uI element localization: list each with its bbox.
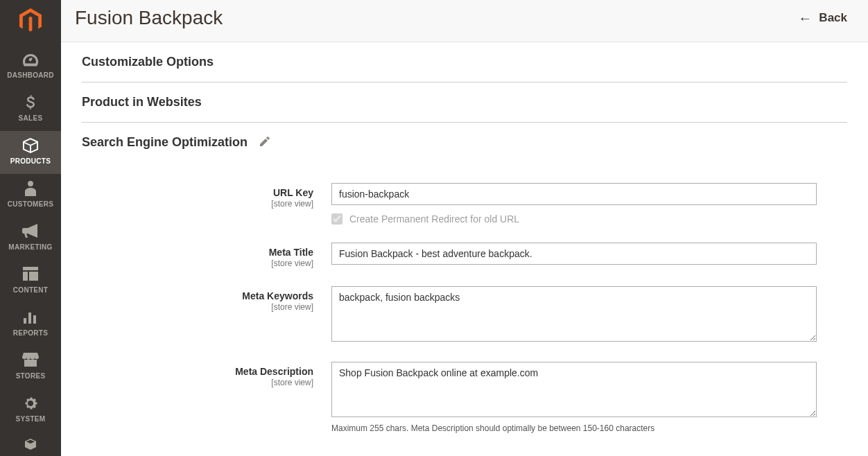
meta-title-label: Meta Title <box>82 247 313 258</box>
box-icon <box>0 138 61 153</box>
sidebar-label: CONTENT <box>0 286 61 294</box>
gear-icon <box>0 396 61 411</box>
sidebar-item-marketing[interactable]: MARKETING <box>0 217 61 260</box>
back-label: Back <box>819 11 847 25</box>
sidebar-label: SYSTEM <box>0 415 61 423</box>
url-key-label: URL Key <box>82 187 313 198</box>
page-title: Fusion Backpack <box>75 7 223 29</box>
section-product-in-websites[interactable]: Product in Websites <box>82 82 847 123</box>
person-icon <box>0 181 61 196</box>
meta-description-note: Maximum 255 chars. Meta Description shou… <box>331 423 817 433</box>
sidebar-label: CUSTOMERS <box>0 200 61 208</box>
scope-label: [store view] <box>82 199 313 209</box>
sidebar-label: MARKETING <box>0 243 61 251</box>
back-button[interactable]: ← Back <box>798 10 847 26</box>
scope-label: [store view] <box>82 258 313 268</box>
section-title: Customizable Options <box>82 55 214 69</box>
megaphone-icon <box>0 224 61 239</box>
sidebar-label: SALES <box>0 114 61 122</box>
magento-logo[interactable] <box>17 7 44 35</box>
sidebar-label: REPORTS <box>0 329 61 337</box>
section-title: Product in Websites <box>82 95 202 109</box>
section-seo[interactable]: Search Engine Optimization <box>82 123 847 162</box>
redirect-label: Create Permanent Redirect for old URL <box>349 213 519 225</box>
sidebar-item-products[interactable]: PRODUCTS <box>0 131 61 174</box>
sidebar-item-system[interactable]: SYSTEM <box>0 389 61 432</box>
scope-label: [store view] <box>82 378 313 387</box>
sidebar-item-customers[interactable]: CUSTOMERS <box>0 174 61 217</box>
main-area: Fusion Backpack ← Back Customizable Opti… <box>61 0 868 456</box>
redirect-checkbox <box>331 213 342 225</box>
dollar-icon <box>0 95 61 110</box>
page-header: Fusion Backpack ← Back <box>61 0 868 42</box>
sidebar-label: STORES <box>0 372 61 380</box>
field-meta-keywords: Meta Keywords [store view] <box>82 286 847 344</box>
bars-icon <box>0 310 61 325</box>
section-customizable-options[interactable]: Customizable Options <box>82 42 847 82</box>
scope-label: [store view] <box>82 302 313 312</box>
field-meta-description: Meta Description [store view] Maximum 25… <box>82 362 847 433</box>
storefront-icon <box>0 353 61 368</box>
content-area: Customizable Options Product in Websites… <box>61 42 868 456</box>
admin-sidebar: DASHBOARD SALES PRODUCTS CUSTOMERS MARKE <box>0 0 61 456</box>
seo-form: URL Key [store view] Create Permanent Re… <box>82 162 847 433</box>
layout-icon <box>0 267 61 282</box>
meta-description-input[interactable] <box>331 362 817 417</box>
field-meta-title: Meta Title [store view] <box>82 243 847 268</box>
dashboard-icon <box>0 52 61 67</box>
sidebar-label: PRODUCTS <box>0 157 61 165</box>
package-icon <box>0 439 61 454</box>
sidebar-item-reports[interactable]: REPORTS <box>0 303 61 346</box>
sidebar-item-sales[interactable]: SALES <box>0 88 61 131</box>
sidebar-item-stores[interactable]: STORES <box>0 346 61 389</box>
meta-description-label: Meta Description <box>82 366 313 377</box>
redirect-checkbox-row: Create Permanent Redirect for old URL <box>331 213 817 225</box>
sidebar-item-extra[interactable] <box>0 432 61 456</box>
meta-keywords-label: Meta Keywords <box>82 290 313 301</box>
field-url-key: URL Key [store view] Create Permanent Re… <box>82 183 847 225</box>
meta-title-input[interactable] <box>331 243 817 265</box>
sidebar-label: DASHBOARD <box>0 71 61 79</box>
pencil-icon <box>260 137 270 148</box>
url-key-input[interactable] <box>331 183 817 205</box>
sidebar-item-content[interactable]: CONTENT <box>0 260 61 303</box>
meta-keywords-input[interactable] <box>331 286 817 342</box>
section-title: Search Engine Optimization <box>82 135 248 150</box>
sidebar-item-dashboard[interactable]: DASHBOARD <box>0 45 61 88</box>
arrow-left-icon: ← <box>798 10 812 26</box>
